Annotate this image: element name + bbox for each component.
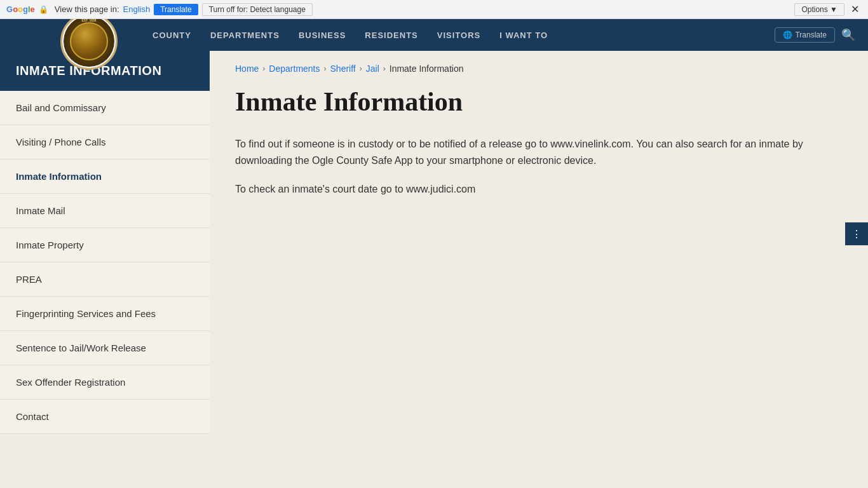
nav-departments[interactable]: DEPARTMENTS [210, 30, 280, 40]
sidebar-link-prea[interactable]: PREA [0, 262, 210, 296]
sidebar-item-fingerprinting: Fingerprinting Services and Fees [0, 297, 210, 331]
share-button[interactable]: ⋮ [845, 222, 868, 245]
breadcrumb-sep-1: › [262, 64, 265, 73]
google-logo: Google [6, 4, 35, 14]
sidebar-link-bail[interactable]: Bail and Commissary [0, 91, 210, 125]
nav-iwantto[interactable]: I WANT TO [499, 30, 548, 40]
nav-business[interactable]: BUSINESS [299, 30, 346, 40]
options-button[interactable]: Options ▼ [794, 3, 844, 16]
sidebar-link-inmate-info[interactable]: Inmate Information [0, 159, 210, 193]
content-body: To find out if someone is in custody or … [235, 136, 807, 198]
sidebar-nav: Bail and Commissary Visiting / Phone Cal… [0, 91, 210, 434]
sidebar-item-inmate-info: Inmate Information [0, 159, 210, 194]
sidebar-link-inmate-mail[interactable]: Inmate Mail [0, 194, 210, 227]
breadcrumb-jail[interactable]: Jail [366, 64, 379, 74]
sidebar-item-contact: Contact [0, 400, 210, 434]
nav-right-area: 🌐 Translate 🔍 [775, 27, 855, 43]
page-title: Inmate Information [235, 86, 843, 117]
county-seal: EST. 1836 [60, 13, 118, 70]
breadcrumb-home[interactable]: Home [235, 64, 259, 74]
nav-search-button[interactable]: 🔍 [841, 28, 855, 42]
nav-residents[interactable]: RESIDENTS [365, 30, 417, 40]
main-nav: COUNTY DEPARTMENTS BUSINESS RESIDENTS VI… [153, 30, 548, 40]
page-wrapper: EST. 1836 COUNTY DEPARTMENTS BUSINESS RE… [0, 19, 868, 488]
breadcrumb-sheriff[interactable]: Sheriff [330, 64, 356, 74]
top-navigation: EST. 1836 COUNTY DEPARTMENTS BUSINESS RE… [0, 19, 868, 51]
nav-translate-label: Translate [795, 30, 827, 39]
content-paragraph-1: To find out if someone is in custody or … [235, 136, 807, 168]
breadcrumb: Home › Departments › Sheriff › Jail › In… [235, 64, 843, 74]
nav-county[interactable]: COUNTY [153, 30, 191, 40]
sidebar-item-inmate-property: Inmate Property [0, 228, 210, 262]
nav-translate-button[interactable]: 🌐 Translate [775, 27, 835, 43]
breadcrumb-departments[interactable]: Departments [269, 64, 320, 74]
close-translate-button[interactable]: ✕ [848, 3, 862, 15]
nav-visitors[interactable]: VISITORS [437, 30, 480, 40]
sidebar-item-bail: Bail and Commissary [0, 91, 210, 125]
sidebar-link-contact[interactable]: Contact [0, 400, 210, 433]
lock-icon: 🔒 [39, 5, 48, 14]
content-area: INMATE INFORMATION Bail and Commissary V… [0, 51, 868, 488]
breadcrumb-sep-3: › [360, 64, 362, 73]
sidebar-link-sex-offender[interactable]: Sex Offender Registration [0, 365, 210, 399]
seal-circle: EST. 1836 [64, 16, 114, 67]
google-translate-bar: Google 🔒 View this page in: English Tran… [0, 0, 868, 19]
language-link[interactable]: English [123, 4, 151, 14]
sidebar-item-sentence: Sentence to Jail/Work Release [0, 331, 210, 365]
sidebar-item-inmate-mail: Inmate Mail [0, 194, 210, 228]
sidebar-item-sex-offender: Sex Offender Registration [0, 365, 210, 400]
breadcrumb-current: Inmate Information [390, 64, 464, 74]
sidebar-link-fingerprinting[interactable]: Fingerprinting Services and Fees [0, 297, 210, 330]
translate-button[interactable]: Translate [154, 4, 198, 15]
breadcrumb-sep-4: › [383, 64, 386, 73]
content-paragraph-2: To check an inmate's court date go to ww… [235, 181, 807, 198]
main-content: Home › Departments › Sheriff › Jail › In… [210, 51, 868, 488]
breadcrumb-sep-2: › [324, 64, 327, 73]
sidebar: INMATE INFORMATION Bail and Commissary V… [0, 51, 210, 488]
turnoff-button[interactable]: Turn off for: Detect language [202, 3, 313, 16]
sidebar-link-visiting[interactable]: Visiting / Phone Calls [0, 125, 210, 159]
view-page-text: View this page in: [55, 4, 119, 14]
sidebar-link-sentence[interactable]: Sentence to Jail/Work Release [0, 331, 210, 365]
globe-icon: 🌐 [783, 30, 792, 39]
sidebar-link-inmate-property[interactable]: Inmate Property [0, 228, 210, 262]
sidebar-item-prea: PREA [0, 262, 210, 297]
sidebar-item-visiting: Visiting / Phone Calls [0, 125, 210, 159]
